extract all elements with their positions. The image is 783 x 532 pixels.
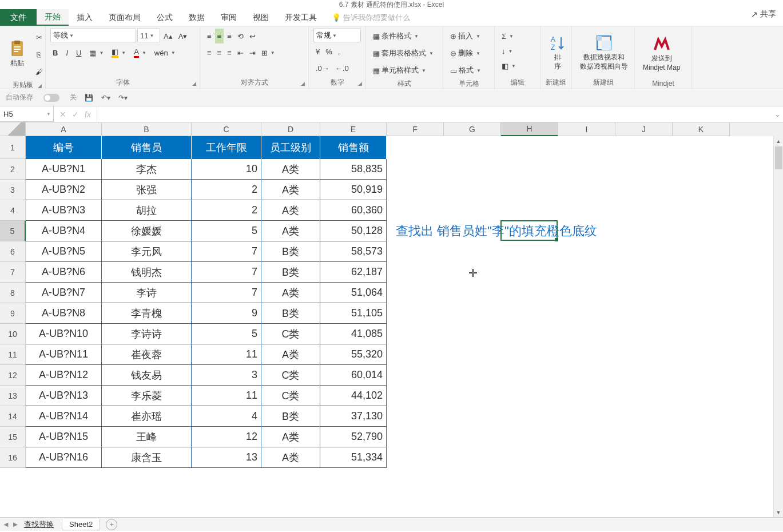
undo-button[interactable]: ↶▾ bbox=[101, 94, 110, 102]
row-header-6[interactable]: 6 bbox=[0, 241, 26, 262]
table-cell[interactable]: A-UB?N5 bbox=[26, 241, 102, 262]
format-painter-button[interactable]: 🖌 bbox=[32, 64, 46, 79]
clear-button[interactable]: ◧▼ bbox=[499, 58, 518, 73]
table-cell[interactable]: 崔亦瑶 bbox=[102, 406, 192, 427]
column-header-E[interactable]: E bbox=[320, 122, 387, 136]
decrease-indent-button[interactable]: ⇤ bbox=[235, 45, 246, 60]
table-cell[interactable]: A类 bbox=[261, 180, 320, 200]
italic-button[interactable]: I bbox=[63, 45, 70, 60]
row-header-14[interactable]: 14 bbox=[0, 406, 26, 427]
table-cell[interactable]: 李乐菱 bbox=[102, 386, 192, 406]
launcher-icon[interactable]: ◢ bbox=[299, 81, 306, 88]
table-cell[interactable]: 李杰 bbox=[102, 159, 192, 180]
number-format-combo[interactable]: 常规▼ bbox=[313, 29, 361, 42]
table-cell[interactable]: 5 bbox=[192, 221, 261, 241]
tell-me-box[interactable]: 💡告诉我你想要做什么 bbox=[332, 9, 410, 26]
font-color-button[interactable]: A▼ bbox=[132, 45, 149, 60]
table-cell[interactable]: 58,573 bbox=[320, 241, 387, 262]
align-center-button[interactable]: ≡ bbox=[215, 45, 224, 60]
cut-button[interactable]: ✂ bbox=[32, 30, 46, 45]
fill-color-button[interactable]: ◧▼ bbox=[109, 45, 128, 60]
autosum-button[interactable]: Σ▼ bbox=[499, 29, 518, 43]
table-cell[interactable]: 62,187 bbox=[320, 262, 387, 283]
autosave-toggle[interactable] bbox=[43, 94, 59, 102]
column-header-I[interactable]: I bbox=[558, 122, 615, 136]
redo-button[interactable]: ↷▾ bbox=[118, 94, 128, 102]
table-cell[interactable]: B类 bbox=[261, 262, 320, 283]
launcher-icon[interactable]: ◢ bbox=[36, 83, 43, 90]
table-cell[interactable]: 李青槐 bbox=[102, 303, 192, 324]
sheet-nav[interactable]: ◄ ► bbox=[2, 520, 19, 529]
row-header-15[interactable]: 15 bbox=[0, 427, 26, 447]
share-button[interactable]: ↗共享 bbox=[751, 9, 776, 19]
add-sheet-button[interactable]: + bbox=[106, 519, 117, 530]
table-cell[interactable]: A类 bbox=[261, 221, 320, 241]
font-name-combo[interactable]: 等线▼ bbox=[50, 29, 136, 42]
table-cell[interactable]: 37,130 bbox=[320, 406, 387, 427]
table-cell[interactable]: 李元风 bbox=[102, 241, 192, 262]
decrease-font-button[interactable]: A▾ bbox=[176, 29, 190, 43]
instruction-text[interactable]: 查找出 销售员姓"李"的填充橙色底纹 bbox=[392, 221, 713, 241]
row-header-8[interactable]: 8 bbox=[0, 283, 26, 303]
table-cell[interactable]: 58,835 bbox=[320, 159, 387, 180]
scroll-down-icon[interactable]: ▼ bbox=[774, 507, 783, 517]
cancel-button[interactable]: ✕ bbox=[59, 110, 66, 119]
table-cell[interactable]: A类 bbox=[261, 344, 320, 365]
pivot-button[interactable]: 数据透视表和 数据透视图向导 bbox=[577, 29, 631, 77]
increase-indent-button[interactable]: ⇥ bbox=[247, 45, 258, 60]
fill-button[interactable]: ↓▼ bbox=[499, 43, 518, 58]
table-cell[interactable]: A-UB?N12 bbox=[26, 365, 102, 386]
table-cell[interactable]: C类 bbox=[261, 386, 320, 406]
row-header-7[interactable]: 7 bbox=[0, 262, 26, 283]
mindjet-button[interactable]: 发送到 Mindjet Map bbox=[639, 29, 683, 78]
table-cell[interactable]: 王峰 bbox=[102, 427, 192, 447]
table-cell[interactable]: 李诗 bbox=[102, 283, 192, 303]
tab-view[interactable]: 视图 bbox=[245, 9, 277, 26]
table-cell[interactable]: 51,334 bbox=[320, 447, 387, 468]
table-header[interactable]: 员工级别 bbox=[261, 136, 320, 159]
delete-cells-button[interactable]: ⊖删除▼ bbox=[448, 46, 490, 61]
row-header-2[interactable]: 2 bbox=[0, 159, 26, 180]
increase-font-button[interactable]: A▴ bbox=[161, 29, 175, 43]
align-right-button[interactable]: ≡ bbox=[225, 45, 234, 60]
table-cell[interactable]: A类 bbox=[261, 200, 320, 221]
table-cell[interactable]: C类 bbox=[261, 365, 320, 386]
table-cell[interactable]: A类 bbox=[261, 447, 320, 468]
fx-button[interactable]: fx bbox=[85, 110, 91, 119]
table-cell[interactable]: A类 bbox=[261, 283, 320, 303]
table-cell[interactable]: B类 bbox=[261, 406, 320, 427]
row-header-13[interactable]: 13 bbox=[0, 386, 26, 406]
phonetic-button[interactable]: wén▼ bbox=[152, 45, 178, 60]
paste-button[interactable]: 粘贴 bbox=[5, 29, 30, 79]
underline-button[interactable]: U bbox=[74, 45, 84, 60]
scroll-thumb[interactable] bbox=[775, 146, 782, 169]
column-header-C[interactable]: C bbox=[192, 122, 261, 136]
save-button[interactable]: 💾 bbox=[85, 94, 93, 102]
name-box[interactable]: H5▼ bbox=[0, 106, 54, 122]
align-top-button[interactable]: ≡ bbox=[205, 29, 214, 43]
table-cell[interactable]: 钱友易 bbox=[102, 365, 192, 386]
table-cell[interactable]: A-UB?N2 bbox=[26, 180, 102, 200]
table-cell[interactable]: B类 bbox=[261, 303, 320, 324]
sheet-tab-other[interactable]: Sheet2 bbox=[62, 519, 100, 530]
tab-insert[interactable]: 插入 bbox=[69, 9, 101, 26]
table-cell[interactable]: A-UB?N11 bbox=[26, 344, 102, 365]
table-cell[interactable]: 康含玉 bbox=[102, 447, 192, 468]
row-header-3[interactable]: 3 bbox=[0, 180, 26, 200]
tab-home[interactable]: 开始 bbox=[37, 9, 69, 26]
tab-data[interactable]: 数据 bbox=[181, 9, 213, 26]
expand-formula-button[interactable]: ⌄ bbox=[772, 106, 783, 122]
table-cell[interactable]: 60,360 bbox=[320, 200, 387, 221]
table-cell[interactable]: 张强 bbox=[102, 180, 192, 200]
table-cell[interactable]: 钱明杰 bbox=[102, 262, 192, 283]
copy-button[interactable]: ⎘ bbox=[32, 47, 46, 62]
sort-button[interactable]: AZ 排 序 bbox=[545, 29, 570, 77]
tab-layout[interactable]: 页面布局 bbox=[101, 9, 149, 26]
comma-button[interactable]: , bbox=[336, 44, 343, 59]
table-cell[interactable]: 52,790 bbox=[320, 427, 387, 447]
table-cell[interactable]: 11 bbox=[192, 386, 261, 406]
table-cell[interactable]: 7 bbox=[192, 241, 261, 262]
column-header-A[interactable]: A bbox=[26, 122, 102, 136]
font-size-combo[interactable]: 11▼ bbox=[137, 29, 160, 42]
scroll-up-icon[interactable]: ▲ bbox=[774, 136, 783, 146]
